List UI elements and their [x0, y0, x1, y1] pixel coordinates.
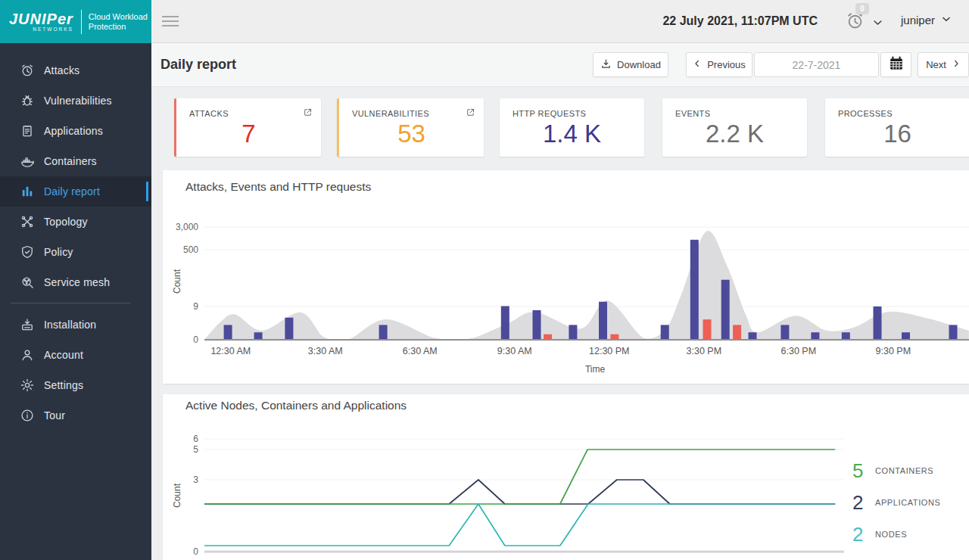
chart1-x-tick: 12:30 PM	[589, 346, 630, 356]
external-link-icon[interactable]	[466, 107, 475, 117]
external-link-icon[interactable]	[303, 107, 313, 117]
legend-label: CONTAINERS	[875, 466, 933, 475]
stat-card-value: 53	[339, 120, 484, 148]
juniper-networks-label: NETWORKS	[33, 26, 73, 32]
sidebar-item-service-mesh[interactable]: Service mesh	[0, 267, 151, 297]
chevron-right-icon	[952, 59, 961, 70]
juniper-logo-text: JUNIPer	[9, 12, 73, 26]
events-bar	[661, 325, 669, 340]
sidebar-item-label: Tour	[44, 409, 65, 422]
events-bar	[874, 306, 882, 340]
sidebar-primary-nav: AttacksVulnerabilitiesApplicationsContai…	[0, 55, 151, 297]
attacks-events-http-chart: 12:30 AM3:30 AM6:30 AM9:30 AM12:30 PM3:3…	[204, 219, 969, 371]
sidebar-item-label: Installation	[44, 319, 96, 331]
stat-card-label: HTTP REQUESTS	[513, 109, 586, 118]
sidebar-item-installation[interactable]: Installation	[0, 310, 151, 340]
chart1-x-tick: 9:30 PM	[876, 346, 911, 356]
events-bar	[721, 280, 730, 340]
sidebar-item-settings[interactable]: Settings	[0, 370, 151, 400]
stat-card-value: 16	[825, 120, 969, 148]
topology-icon	[20, 214, 35, 229]
sidebar-item-label: Vulnerabilities	[44, 95, 112, 107]
events-bar	[842, 332, 850, 340]
chart1-x-tick: 12:30 AM	[210, 346, 251, 356]
gear-icon	[20, 378, 35, 393]
events-bar	[780, 325, 789, 340]
stat-card-processes: PROCESSES16	[825, 98, 969, 157]
sidebar-item-vulnerabilities[interactable]: Vulnerabilities	[0, 86, 151, 116]
chart1-y-tick-9: 9	[162, 301, 198, 312]
sidebar-item-attacks[interactable]: Attacks	[0, 55, 151, 86]
events-bar	[690, 240, 699, 340]
bar-chart-icon	[20, 184, 35, 199]
chart2-legend: 5CONTAINERS2APPLICATIONS2NODES	[852, 455, 940, 550]
alarm-icon	[20, 63, 35, 78]
previous-button[interactable]: Previous	[686, 52, 752, 77]
events-bar	[501, 306, 509, 341]
legend-item-nodes: 2NODES	[852, 518, 940, 550]
events-bar	[569, 325, 577, 340]
chart2-title: Active Nodes, Containers and Application…	[185, 399, 407, 412]
hamburger-menu-icon[interactable]	[162, 16, 179, 30]
legend-item-containers: 5CONTAINERS	[852, 455, 940, 487]
docker-icon	[20, 154, 35, 169]
calendar-button[interactable]	[880, 52, 911, 77]
events-bar	[599, 302, 607, 340]
download-button[interactable]: Download	[593, 52, 668, 77]
events-bar	[285, 318, 293, 340]
chart1-y-tick-500: 500	[162, 244, 198, 255]
notification-badge: 0	[855, 3, 869, 14]
events-bar	[254, 332, 263, 340]
chart1-x-tick: 3:30 PM	[687, 346, 722, 356]
sidebar-item-topology[interactable]: Topology	[0, 207, 151, 237]
sidebar-item-label: Account	[44, 349, 83, 361]
stat-card-attacks: ATTACKS7	[174, 98, 321, 157]
legend-value: 5	[852, 459, 875, 483]
applications-line	[204, 480, 835, 504]
chart1-y-axis-label: Count	[172, 259, 182, 304]
download-icon	[600, 58, 612, 72]
sidebar-secondary-nav: InstallationAccountSettingsTour	[0, 310, 151, 431]
sidebar-item-tour[interactable]: Tour	[0, 400, 151, 431]
clipboard-icon	[20, 123, 35, 138]
chart1-x-tick: 3:30 AM	[308, 346, 343, 356]
notifications-button[interactable]: 0	[845, 11, 868, 33]
sidebar-item-containers[interactable]: Containers	[0, 146, 151, 176]
topbar: 22 July 2021, 11:07PM UTC 0 juniper	[151, 0, 969, 43]
events-bar	[811, 332, 819, 340]
mesh-icon	[20, 275, 35, 290]
chart1-title: Attacks, Events and HTTP requests	[185, 180, 371, 194]
chart2-y-tick-5: 5	[162, 444, 198, 455]
install-icon	[20, 317, 35, 332]
legend-item-applications: 2APPLICATIONS	[852, 487, 940, 518]
events-bar	[949, 325, 958, 340]
account-menu[interactable]: juniper	[901, 14, 952, 26]
chevron-left-icon	[693, 59, 702, 70]
stat-card-label: ATTACKS	[189, 109, 229, 118]
account-chevron-down-icon	[941, 14, 952, 26]
chart1-x-tick: 9:30 AM	[497, 346, 532, 356]
attacks-bar	[544, 334, 552, 340]
events-bar	[533, 310, 541, 340]
alarm-clock-icon	[845, 20, 865, 33]
events-bar	[224, 325, 232, 340]
sidebar-item-label: Service mesh	[44, 276, 110, 288]
sidebar-item-label: Daily report	[44, 185, 100, 198]
sidebar-item-policy[interactable]: Policy	[0, 237, 151, 267]
legend-label: NODES	[875, 530, 907, 539]
notifications-chevron-down-icon[interactable]	[872, 17, 883, 31]
stat-card-label: EVENTS	[675, 109, 710, 118]
sidebar-item-daily-report[interactable]: Daily report	[0, 176, 151, 207]
chart2-y-tick-0: 0	[162, 546, 198, 557]
sidebar-item-label: Containers	[44, 155, 97, 167]
legend-value: 2	[852, 523, 875, 546]
chart1-x-tick: 6:30 PM	[781, 346, 817, 356]
sidebar-divider	[11, 303, 130, 303]
attacks-bar	[610, 334, 618, 340]
juniper-wordmark: JUNIPer NETWORKS	[9, 12, 73, 32]
next-button[interactable]: Next	[918, 52, 969, 77]
legend-value: 2	[852, 491, 875, 515]
sidebar-item-applications[interactable]: Applications	[0, 116, 151, 146]
date-input[interactable]	[754, 52, 879, 77]
sidebar-item-account[interactable]: Account	[0, 340, 151, 370]
